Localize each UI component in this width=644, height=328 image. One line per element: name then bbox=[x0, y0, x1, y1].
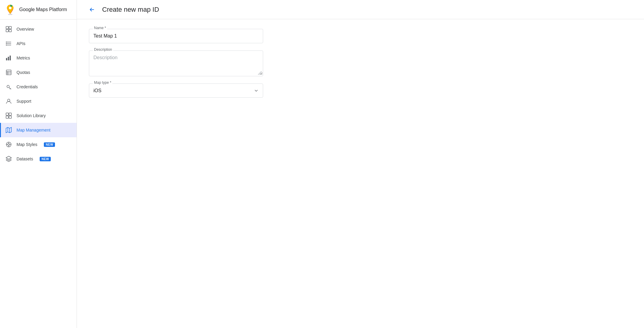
sidebar-item-credentials[interactable]: Credentials bbox=[0, 80, 77, 94]
svg-marker-37 bbox=[6, 156, 11, 159]
sidebar-item-support[interactable]: Support bbox=[0, 94, 77, 108]
overview-icon bbox=[6, 26, 12, 32]
sidebar-item-solution-library[interactable]: Solution Library bbox=[0, 108, 77, 123]
name-label: Name * bbox=[93, 26, 107, 30]
main-content: Create new map ID Name * Description bbox=[77, 0, 644, 328]
solution-library-icon bbox=[6, 113, 12, 119]
quotas-icon bbox=[6, 69, 12, 75]
name-form-group: Name * bbox=[89, 29, 632, 43]
svg-rect-4 bbox=[6, 29, 8, 32]
sidebar-item-label-map-styles: Map Styles bbox=[17, 142, 37, 147]
sidebar-item-label-credentials: Credentials bbox=[17, 84, 38, 89]
svg-rect-14 bbox=[10, 56, 11, 60]
svg-point-23 bbox=[8, 99, 10, 102]
svg-rect-15 bbox=[6, 70, 11, 75]
credentials-icon bbox=[6, 84, 12, 90]
sidebar-nav: Overview APIs bbox=[0, 20, 77, 169]
sidebar-item-overview[interactable]: Overview bbox=[0, 22, 77, 36]
sidebar-item-quotas[interactable]: Quotas bbox=[0, 65, 77, 80]
description-field-container: Description bbox=[89, 50, 263, 76]
map-type-form-group: Map type * JavaScript Android iOS bbox=[89, 84, 632, 98]
datasets-icon bbox=[6, 156, 12, 162]
sidebar-item-label-apis: APIs bbox=[17, 41, 26, 46]
svg-point-1 bbox=[9, 7, 12, 9]
sidebar-item-label-quotas: Quotas bbox=[17, 70, 30, 75]
map-management-icon bbox=[6, 127, 12, 133]
svg-rect-13 bbox=[8, 57, 9, 60]
metrics-icon bbox=[6, 55, 12, 61]
svg-rect-27 bbox=[9, 116, 11, 118]
map-type-label: Map type * bbox=[93, 81, 112, 84]
description-textarea[interactable] bbox=[89, 51, 263, 75]
sidebar-item-map-styles[interactable]: Map Styles NEW bbox=[0, 137, 77, 152]
main-header: Create new map ID bbox=[77, 0, 644, 19]
sidebar-item-label-solution-library: Solution Library bbox=[17, 113, 46, 118]
sidebar-item-label-datasets: Datasets bbox=[17, 156, 33, 161]
map-type-select[interactable]: JavaScript Android iOS bbox=[89, 84, 263, 97]
svg-rect-26 bbox=[6, 116, 8, 118]
svg-rect-2 bbox=[6, 26, 8, 29]
svg-marker-28 bbox=[6, 127, 11, 133]
name-field-container: Name * bbox=[89, 29, 263, 43]
sidebar-item-datasets[interactable]: Datasets NEW bbox=[0, 152, 77, 166]
svg-point-19 bbox=[7, 85, 9, 88]
svg-point-9 bbox=[6, 42, 7, 43]
name-input[interactable] bbox=[89, 29, 263, 43]
sidebar: Google Maps Platform Overview bbox=[0, 0, 77, 328]
sidebar-item-label-support: Support bbox=[17, 99, 31, 104]
description-label: Description bbox=[93, 48, 113, 51]
support-icon bbox=[6, 98, 12, 104]
sidebar-item-map-management[interactable]: Map Management bbox=[0, 123, 77, 137]
sidebar-header: Google Maps Platform bbox=[0, 0, 77, 20]
svg-rect-5 bbox=[9, 29, 11, 32]
map-styles-icon bbox=[6, 141, 12, 147]
sidebar-item-metrics[interactable]: Metrics bbox=[0, 51, 77, 65]
svg-rect-25 bbox=[9, 113, 11, 115]
sidebar-item-label-metrics: Metrics bbox=[17, 56, 30, 60]
svg-point-32 bbox=[8, 144, 10, 145]
apis-icon bbox=[6, 41, 12, 47]
svg-rect-12 bbox=[6, 58, 7, 60]
page-title: Create new map ID bbox=[102, 6, 159, 14]
sidebar-item-label-overview: Overview bbox=[17, 27, 34, 32]
google-maps-logo bbox=[5, 4, 16, 15]
svg-point-10 bbox=[6, 43, 7, 44]
description-form-group: Description bbox=[89, 50, 632, 76]
svg-rect-24 bbox=[6, 113, 8, 115]
svg-point-11 bbox=[6, 45, 7, 46]
back-arrow-icon bbox=[89, 7, 95, 13]
form-area: Name * Description Map type * JavaSc bbox=[77, 19, 644, 328]
datasets-new-badge: NEW bbox=[40, 157, 51, 161]
map-styles-new-badge: NEW bbox=[44, 142, 55, 147]
map-type-field-container: Map type * JavaScript Android iOS bbox=[89, 84, 263, 98]
svg-rect-3 bbox=[9, 26, 11, 29]
sidebar-item-label-map-management: Map Management bbox=[17, 128, 50, 132]
sidebar-item-apis[interactable]: APIs bbox=[0, 36, 77, 51]
sidebar-title: Google Maps Platform bbox=[19, 7, 67, 13]
back-button[interactable] bbox=[87, 4, 97, 15]
